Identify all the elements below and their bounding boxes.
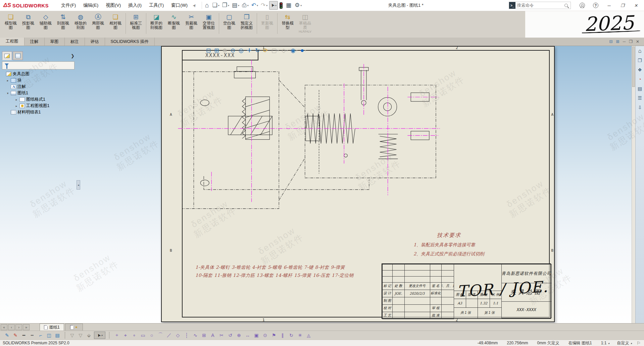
select-cursor-icon[interactable]: ➤▾ bbox=[269, 1, 278, 10]
snap-icon[interactable]: ↺ bbox=[227, 332, 234, 339]
snap-icon[interactable]: ┆ bbox=[183, 332, 190, 339]
tab-evaluate[interactable]: 评估 bbox=[85, 38, 105, 46]
appearances-icon[interactable]: ◔ bbox=[636, 76, 644, 83]
minimize-child-button[interactable]: ─ bbox=[623, 39, 626, 44]
status-item[interactable]: 0mm 欠定义 bbox=[537, 340, 561, 346]
sheet-tab[interactable]: 图纸1 bbox=[40, 324, 64, 331]
print-icon[interactable]: ⎙▾ bbox=[241, 1, 250, 9]
minimize-button[interactable]: ─ bbox=[602, 1, 616, 10]
ribbon-button[interactable] bbox=[219, 13, 219, 34]
expand-arrow-icon[interactable]: ▸ bbox=[15, 104, 18, 108]
search-box[interactable]: >_ bbox=[509, 2, 571, 9]
tree-item-bom1[interactable]: 材料明细表1 bbox=[1, 109, 78, 115]
scrollbar-thumb[interactable] bbox=[632, 47, 635, 87]
next-sheet-button[interactable]: › bbox=[15, 324, 22, 330]
menu-item[interactable]: 文件(F) bbox=[57, 1, 80, 10]
menu-item[interactable]: 编辑(E) bbox=[80, 1, 102, 10]
pan-icon[interactable]: ✛ bbox=[247, 47, 252, 54]
snap-icon[interactable]: ⊙ bbox=[261, 332, 269, 339]
view-settings-icon[interactable]: ●▾ bbox=[300, 47, 306, 54]
account-icon[interactable] bbox=[576, 1, 589, 10]
new-file-icon[interactable]: ❏▾ bbox=[211, 1, 220, 9]
snap-icon[interactable]: ▭ bbox=[139, 332, 147, 339]
file-properties-icon[interactable]: ▦ bbox=[285, 1, 293, 9]
status-item[interactable]: 1:1▴ bbox=[601, 341, 610, 345]
rotate-view-icon[interactable]: ↻ bbox=[255, 47, 260, 54]
zoom-in-out-icon[interactable]: ⊕ bbox=[222, 47, 228, 54]
update-view-button[interactable]: ▯ 更新视图 bbox=[258, 12, 276, 31]
graphics-area[interactable]: ⊡⊞⊕⊙◎✛↻⟳▢▾◇▾◉▾●▾ A B A B 1 2 1 2 XXXX-XX… bbox=[78, 46, 632, 323]
redraw-sheet-icon[interactable]: ⟳ bbox=[263, 47, 268, 54]
file-explorer-icon[interactable]: ❐ bbox=[636, 57, 644, 64]
menu-item[interactable]: 工具(T) bbox=[145, 1, 167, 10]
model-view-button[interactable]: ❏ 模型视图 bbox=[2, 12, 19, 31]
design-binder-icon[interactable]: ✎ bbox=[3, 332, 11, 339]
broken-out-section-button[interactable]: ◪ 断开的剖视图 bbox=[148, 12, 165, 31]
ribbon-button[interactable] bbox=[126, 13, 126, 34]
section-view-button[interactable]: ⇅ 剖面视图 bbox=[54, 12, 72, 31]
snap-icon[interactable]: ⌖ bbox=[122, 332, 129, 339]
predefined-view-button[interactable]: ❒ 预定义的视图 bbox=[238, 12, 255, 31]
snap-icon[interactable]: A bbox=[209, 332, 216, 339]
redo-icon[interactable]: ↷▾ bbox=[260, 1, 268, 9]
vertical-scrollbar[interactable] bbox=[632, 46, 635, 323]
line-style-icon[interactable]: ┅ bbox=[29, 332, 36, 339]
display-style-icon[interactable]: ◇▾ bbox=[282, 47, 288, 54]
tree-item-annotations[interactable]: 注解 bbox=[1, 84, 78, 90]
removed-section-button[interactable]: ◍ 移除的剖面 bbox=[72, 12, 89, 31]
zoom-selection-icon[interactable]: ⊙ bbox=[231, 47, 236, 54]
zoom-area-icon[interactable]: ⊞ bbox=[214, 47, 219, 54]
tree-item-blocks[interactable]: ▸ 块 bbox=[1, 77, 78, 84]
snap-icon[interactable]: ↻ bbox=[288, 332, 295, 339]
snap-icon[interactable]: ⊞ bbox=[200, 332, 208, 339]
tab-sketch[interactable]: 草图 bbox=[45, 38, 65, 46]
tag-icon[interactable]: ⚐ bbox=[637, 341, 641, 346]
menu-item[interactable]: 视图(V) bbox=[102, 1, 125, 10]
search-input[interactable] bbox=[515, 3, 564, 8]
menu-item[interactable]: 插入(I) bbox=[125, 1, 145, 10]
empty-view-button[interactable]: ▢ 空白视图 bbox=[220, 12, 238, 31]
design-library-icon[interactable]: ❖ bbox=[636, 66, 644, 73]
snap-icon[interactable]: ✳ bbox=[296, 332, 304, 339]
snap-icon[interactable]: ＋ bbox=[113, 332, 120, 339]
snap-icon[interactable]: ⚑ bbox=[270, 332, 278, 339]
selection-filter-icon[interactable]: ▽ bbox=[69, 332, 76, 339]
snap-icon[interactable]: ∿ bbox=[192, 332, 199, 339]
options-gear-icon[interactable]: ⚙▾ bbox=[294, 1, 303, 9]
panel-collapse-handle[interactable]: ◂ bbox=[77, 180, 80, 190]
snap-icon[interactable]: ↔ bbox=[244, 332, 251, 339]
tree-item-sheet-format1[interactable]: ▸ 图纸格式1 bbox=[1, 96, 78, 103]
snap-icon[interactable]: ∥ bbox=[279, 332, 286, 339]
tree-item-sheet1[interactable]: ▾ 图纸1 bbox=[1, 90, 78, 96]
pack-and-go-icon[interactable]: ⇩ bbox=[636, 104, 644, 111]
layer-properties-icon[interactable]: ▤ bbox=[54, 332, 61, 339]
home-taskpane-icon[interactable]: ⌂ bbox=[636, 47, 644, 55]
snap-icon[interactable]: ○ bbox=[148, 332, 155, 339]
tree-item-drawing-view1[interactable]: ▸ 工程图视图1 bbox=[1, 103, 78, 109]
first-sheet-button[interactable]: « bbox=[1, 324, 7, 330]
expand-arrow-icon[interactable]: ▾ bbox=[6, 92, 9, 95]
snap-icon[interactable]: ◇ bbox=[174, 332, 182, 339]
snap-icon[interactable]: ◬ bbox=[305, 332, 312, 339]
last-sheet-button[interactable]: » bbox=[23, 324, 30, 330]
pin-icon[interactable]: ➤ bbox=[191, 2, 198, 8]
tab-solidworks-addins[interactable]: SOLIDWORKS 插件 bbox=[105, 38, 155, 46]
status-item[interactable]: 在编辑 图纸1 bbox=[568, 340, 594, 346]
snap-icon[interactable]: ⌒ bbox=[157, 332, 164, 339]
alternate-position-view-button[interactable]: ▣ 交替位置视图 bbox=[200, 12, 217, 31]
search-icon[interactable] bbox=[564, 4, 568, 7]
snap-icon[interactable]: ／ bbox=[165, 332, 173, 339]
expand-arrow-icon[interactable]: ▸ bbox=[15, 98, 18, 101]
crop-view-button[interactable]: ✂ 剪裁视图 bbox=[183, 12, 200, 31]
snap-icon[interactable]: ∘ bbox=[131, 332, 138, 339]
hide-show-items-icon[interactable]: ◉▾ bbox=[291, 47, 297, 54]
drawing-sheet[interactable]: A B A B 1 2 1 2 XXXX-XXX bbox=[161, 46, 555, 322]
tree-root-assembly[interactable]: 夹具总图 bbox=[1, 71, 78, 77]
tile-icon[interactable]: ⊟ bbox=[609, 39, 613, 44]
tab-annotation[interactable]: 注解 bbox=[24, 38, 45, 46]
restore-button[interactable]: ❐ bbox=[616, 1, 629, 10]
close-child-button[interactable]: ✕ bbox=[636, 39, 639, 44]
property-manager-tab[interactable] bbox=[13, 51, 23, 60]
restore-child-button[interactable]: ❐ bbox=[629, 39, 633, 44]
hide-show-edges-icon[interactable]: ⌐ bbox=[37, 332, 44, 339]
